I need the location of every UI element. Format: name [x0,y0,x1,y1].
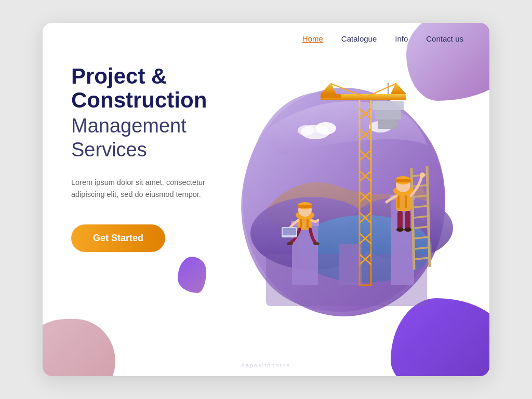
nav-catalogue[interactable]: Catalogue [341,34,377,43]
svg-rect-63 [283,228,296,235]
svg-rect-69 [405,211,410,229]
svg-rect-56 [307,219,309,228]
navbar: Home Catalogue Info Contact us [43,23,489,43]
blob-bottom-left [43,319,115,376]
svg-rect-66 [397,195,400,208]
hero-title-bold: Project & Construction [71,64,232,112]
svg-rect-15 [373,101,404,110]
svg-rect-16 [375,110,401,119]
svg-point-57 [287,242,293,245]
svg-point-2 [315,122,336,135]
svg-point-3 [298,125,314,136]
svg-rect-68 [397,211,403,229]
hero-illustration [219,51,474,353]
main-card: Home Catalogue Info Contact us Project &… [43,23,489,376]
hero-description: Lorem ipsum dolor sit amet, consectetur … [71,177,232,202]
nav-info[interactable]: Info [395,34,408,43]
svg-point-58 [313,242,320,245]
svg-rect-12 [339,244,362,285]
svg-point-75 [420,172,425,178]
hero-title-light: Management Services [71,114,232,162]
svg-marker-38 [391,83,406,94]
cta-button[interactable]: Get Started [71,224,165,252]
watermark-text: depositphotos [242,362,291,368]
hero-text: Project & Construction Management Servic… [71,64,232,252]
svg-point-71 [404,228,411,232]
nav-contact[interactable]: Contact us [426,34,463,43]
nav-home[interactable]: Home [302,34,323,43]
svg-rect-61 [298,205,312,208]
svg-rect-39 [321,94,341,98]
svg-rect-17 [378,119,398,129]
svg-rect-55 [300,219,302,228]
blob-mid-left [178,257,206,293]
svg-rect-74 [395,179,411,182]
svg-rect-67 [405,195,407,208]
svg-point-70 [396,228,404,232]
